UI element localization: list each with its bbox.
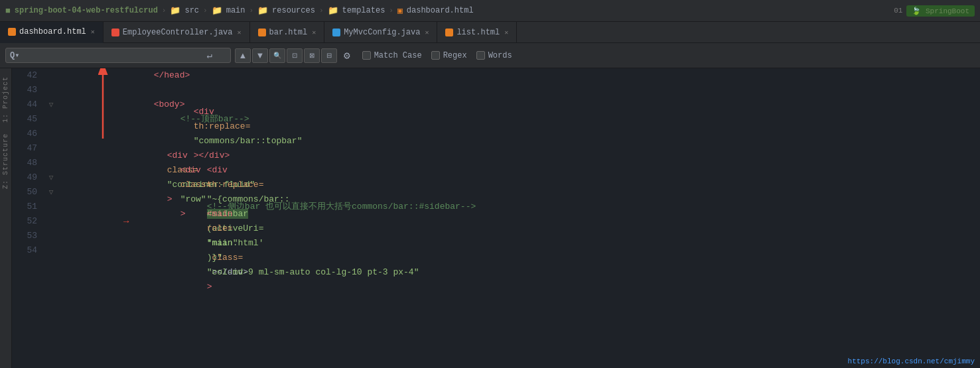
project-name: spring-boot-04-web-restfulcrud: [15, 6, 158, 15]
tab-bar-close[interactable]: ✕: [312, 29, 316, 36]
tab-employee-icon: [111, 29, 119, 36]
tab-mymvc-icon: [332, 29, 340, 36]
tab-dashboard-label: dashboard.html: [19, 27, 86, 36]
title-bar: ■ spring-boot-04-web-restfulcrud › 📁 src…: [0, 0, 980, 22]
file-icon: ▣: [397, 5, 403, 16]
match-case-option[interactable]: Match Case: [362, 51, 422, 60]
search-options: Match Case Regex Words: [362, 51, 512, 60]
tab-mymvc-label: MyMvcConfig.java: [344, 28, 420, 37]
editor-inner: 42 43 44 45 46 47 48 49 50 51 52 53 54 ▽: [12, 68, 980, 368]
code-line-42: </head>: [65, 68, 980, 83]
tab-dashboard-icon: [8, 28, 16, 36]
folder-templates-icon: 📁: [328, 5, 338, 16]
tab-mymvc[interactable]: MyMvcConfig.java ✕: [324, 22, 437, 43]
code-line-54: <main role= "main" class= "col-md-9 ml-s…: [65, 243, 980, 258]
tab-list-close[interactable]: ✕: [504, 29, 508, 36]
tab-employee-label: EmployeeController.java: [123, 28, 233, 37]
sep2: ›: [203, 7, 208, 15]
regex-checkbox[interactable]: [431, 51, 440, 60]
tab-list[interactable]: list.html ✕: [437, 22, 517, 43]
editor-area: 1: Project Z: Structure 42 43 44 45 46 4…: [0, 68, 980, 368]
words-option[interactable]: Words: [476, 51, 512, 60]
search-input-wrap: Q▾ ↵: [5, 48, 231, 63]
search-tool3-button[interactable]: ⊟: [321, 48, 337, 63]
search-find-button[interactable]: 🔍: [269, 48, 285, 63]
gutter: ▽ ▽ ▽: [44, 68, 58, 368]
tab-bar[interactable]: bar.html ✕: [250, 22, 325, 43]
side-panel-project[interactable]: 1: Project: [2, 71, 9, 128]
tab-employee-close[interactable]: ✕: [238, 29, 242, 36]
tab-mymvc-close[interactable]: ✕: [425, 29, 429, 36]
search-tool1-button[interactable]: ⊡: [287, 48, 303, 63]
tab-bar-label: bar.html: [269, 28, 308, 37]
match-case-label: Match Case: [374, 51, 422, 60]
folder-src: src: [184, 6, 199, 15]
tab-list-icon: [445, 29, 453, 36]
line-numbers: 42 43 44 45 46 47 48 49 50 51 52 53 54: [12, 68, 44, 368]
search-nav-buttons: ▲ ▼ 🔍 ⊡ ⊠ ⊟: [235, 48, 337, 63]
tab-dashboard-close[interactable]: ✕: [91, 28, 95, 36]
red-arrow-right: →: [123, 214, 129, 229]
search-prev-button[interactable]: ▲: [235, 48, 251, 63]
regex-option[interactable]: Regex: [431, 51, 467, 60]
file-name: dashboard.html: [407, 6, 474, 15]
search-next-button[interactable]: ▼: [252, 48, 268, 63]
folder-resources: resources: [272, 6, 315, 15]
search-bar: Q▾ ↵ ▲ ▼ 🔍 ⊡ ⊠ ⊟ ⚙ Match Case Regex Word…: [0, 43, 980, 68]
project-icon: ■: [5, 6, 11, 16]
search-input[interactable]: [22, 50, 201, 60]
regex-label: Regex: [443, 51, 467, 60]
tab-bar-icon: [258, 29, 266, 36]
folder-src-icon: 📁: [170, 5, 180, 16]
blog-link[interactable]: https://blog.csdn.net/cmjimmy: [848, 357, 975, 365]
folder-main: main: [226, 6, 245, 15]
side-panel-structure[interactable]: Z: Structure: [2, 128, 9, 194]
folder-resources-icon: 📁: [257, 5, 268, 16]
folder-templates: templates: [342, 6, 385, 15]
sep1: ›: [162, 7, 167, 15]
tab-dashboard[interactable]: dashboard.html ✕: [0, 22, 104, 43]
code-content[interactable]: </head> <body> <!--顶部bar-->: [58, 68, 980, 368]
tab-employee[interactable]: EmployeeController.java ✕: [104, 22, 250, 43]
search-tool2-button[interactable]: ⊠: [304, 48, 320, 63]
search-enter-button[interactable]: ↵: [206, 50, 212, 61]
sep5: ›: [389, 7, 393, 15]
tabs-bar: dashboard.html ✕ EmployeeController.java…: [0, 22, 980, 43]
folder-main-icon: 📁: [212, 5, 222, 16]
code-panel: ▽ ▽ ▽ </head>: [44, 68, 980, 368]
match-case-checkbox[interactable]: [362, 51, 371, 60]
line-indicator: 01: [894, 7, 902, 15]
search-prefix: Q▾: [10, 50, 19, 60]
words-label: Words: [488, 51, 512, 60]
springboot-badge: 🍃 SpringBoot: [906, 5, 975, 17]
tab-list-label: list.html: [456, 28, 500, 37]
sep4: ›: [319, 7, 324, 15]
side-panel: 1: Project Z: Structure: [0, 68, 12, 368]
sep3: ›: [249, 7, 254, 15]
search-settings-icon[interactable]: ⚙: [344, 49, 350, 62]
words-checkbox[interactable]: [476, 51, 485, 60]
